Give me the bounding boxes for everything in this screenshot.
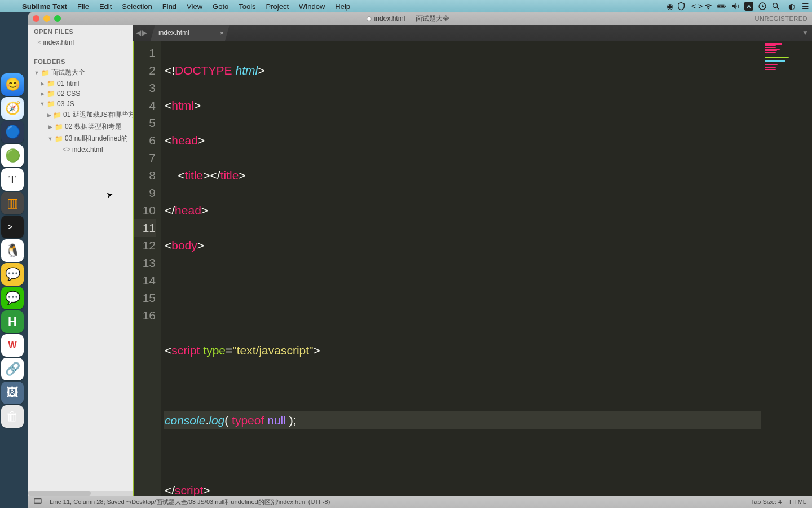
svg-rect-1 <box>725 6 726 7</box>
file-index-html[interactable]: <>index.html <box>30 144 133 155</box>
tab-label: index.html <box>158 29 189 37</box>
file-icon: <> <box>63 146 70 154</box>
status-left: Line 11, Column 28; Saved ~/Desktop/面试题大… <box>50 498 330 506</box>
window-title-text: index.html — 面试题大全 <box>374 14 449 24</box>
folder-03c[interactable]: ▼📁03 null和undefined的 <box>30 133 133 144</box>
window-titlebar[interactable]: index.html — 面试题大全 UNREGISTERED <box>28 12 812 25</box>
tab-overflow-icon[interactable]: ▼ <box>798 25 812 41</box>
open-file-name: index.html <box>43 38 74 46</box>
shield-icon[interactable] <box>677 2 690 11</box>
dock-sublime-icon[interactable]: ▥ <box>1 192 24 214</box>
dock-finder-icon[interactable]: 😊 <box>1 73 24 96</box>
folder-icon: 📁 <box>47 80 55 87</box>
document-icon <box>367 16 372 21</box>
dock-chrome-icon[interactable]: 🟢 <box>1 144 24 167</box>
spotlight-icon[interactable] <box>771 2 785 11</box>
dock-text-icon[interactable]: T <box>1 168 24 191</box>
dock-safari-icon[interactable]: 🧭 <box>1 97 24 120</box>
menu-file[interactable]: File <box>72 2 94 11</box>
clock-icon[interactable] <box>758 2 771 11</box>
svg-point-6 <box>773 3 778 8</box>
svg-rect-7 <box>34 499 41 504</box>
zoom-window-button[interactable] <box>54 15 61 22</box>
panel-toggle-icon[interactable] <box>34 497 42 506</box>
folder-icon: 📁 <box>47 100 55 108</box>
menu-edit[interactable]: Edit <box>94 2 117 11</box>
sidebar: OPEN FILES × index.html FOLDERS ▼📁面试题大全 … <box>28 25 133 496</box>
folder-icon: 📁 <box>47 90 55 98</box>
dock-trash-icon[interactable]: 🗑 <box>1 405 24 428</box>
dock-wps-icon[interactable]: W <box>1 334 24 357</box>
dock-preview-icon[interactable]: 🖼 <box>1 382 24 404</box>
folder-icon: 📁 <box>55 135 63 143</box>
macos-menubar: Sublime Text File Edit Selection Find Vi… <box>0 0 812 12</box>
dock-quicktime-icon[interactable]: 🔵 <box>1 121 24 143</box>
app-menu[interactable]: Sublime Text <box>17 2 72 11</box>
sidebar-hscrollbar[interactable] <box>28 491 133 496</box>
editor-pane: ◀▶ index.html × ▼ 1 2 3 4 5 6 7 <box>133 25 812 496</box>
close-window-button[interactable] <box>33 15 39 22</box>
folder-03a[interactable]: ▶📁01 延迟加载JS有哪些方 <box>30 109 133 121</box>
folder-03b[interactable]: ▶📁02 数据类型和考题 <box>30 121 133 133</box>
line-gutter[interactable]: 1 2 3 4 5 6 7 8 9 10 11 12 13 14 15 16 <box>134 41 161 496</box>
code-area[interactable]: 1 2 3 4 5 6 7 8 9 10 11 12 13 14 15 16 <box>133 41 812 496</box>
folder-root[interactable]: ▼📁面试题大全 <box>30 67 133 78</box>
unregistered-label: UNREGISTERED <box>755 15 807 22</box>
nav-back-icon[interactable]: ◀ <box>136 29 141 37</box>
minimize-window-button[interactable] <box>43 15 50 22</box>
tab-nav-arrows[interactable]: ◀▶ <box>133 25 151 41</box>
dock-hbuilder-icon[interactable]: H <box>1 310 24 333</box>
close-file-icon[interactable]: × <box>37 39 41 46</box>
wifi-icon[interactable] <box>704 2 717 11</box>
status-bar: Line 11, Column 28; Saved ~/Desktop/面试题大… <box>28 496 812 508</box>
open-files-header: OPEN FILES <box>28 25 133 37</box>
folder-icon: 📁 <box>41 69 50 77</box>
folders-header: FOLDERS <box>28 55 133 67</box>
folder-tree: ▼📁面试题大全 ▶📁01 html ▶📁02 CSS ▼📁03 JS ▶📁01 … <box>28 67 133 155</box>
dock-app1-icon[interactable]: 💬 <box>1 263 24 286</box>
status-tabsize[interactable]: Tab Size: 4 <box>751 498 782 505</box>
dock-terminal-icon[interactable]: >_ <box>1 216 24 238</box>
dock-qq-icon[interactable]: 🐧 <box>1 239 24 262</box>
macos-dock: 😊 🧭 🔵 🟢 T ▥ >_ 🐧 💬 💬 H W 🔗 🖼 🗑 <box>1 73 26 428</box>
menu-view[interactable]: View <box>182 2 208 11</box>
status-language[interactable]: HTML <box>789 498 806 505</box>
folder-01-html[interactable]: ▶📁01 html <box>30 78 133 89</box>
menu-window[interactable]: Window <box>294 2 330 11</box>
folder-02-css[interactable]: ▶📁02 CSS <box>30 89 133 99</box>
dock-baidu-icon[interactable]: 🔗 <box>1 358 24 380</box>
traffic-lights <box>33 15 61 22</box>
window-title: index.html — 面试题大全 <box>61 14 755 24</box>
tab-bar: ◀▶ index.html × ▼ <box>133 25 812 41</box>
volume-icon[interactable] <box>731 2 744 11</box>
record-icon[interactable]: ◉ <box>663 2 677 11</box>
code-icon[interactable]: < > <box>690 2 704 11</box>
folder-icon: 📁 <box>55 123 63 131</box>
control-center-icon[interactable]: ☰ <box>798 2 812 11</box>
siri-icon[interactable]: ◐ <box>785 2 798 11</box>
battery-icon[interactable] <box>717 2 731 11</box>
folder-icon: 📁 <box>53 111 61 119</box>
folder-03-js[interactable]: ▼📁03 JS <box>30 99 133 109</box>
minimap[interactable] <box>761 41 812 496</box>
code-text[interactable]: <!DOCTYPE html> <html> <head> <title></t… <box>161 41 761 496</box>
menu-selection[interactable]: Selection <box>117 2 157 11</box>
menu-goto[interactable]: Goto <box>208 2 233 11</box>
open-file-item[interactable]: × index.html <box>28 37 133 48</box>
tab-close-icon[interactable]: × <box>219 29 224 37</box>
nav-fwd-icon[interactable]: ▶ <box>142 29 147 37</box>
menu-find[interactable]: Find <box>157 2 182 11</box>
sublime-window: index.html — 面试题大全 UNREGISTERED OPEN FIL… <box>28 12 812 508</box>
menu-project[interactable]: Project <box>261 2 294 11</box>
input-icon[interactable]: A <box>744 2 758 11</box>
dock-wechat-icon[interactable]: 💬 <box>1 287 24 309</box>
svg-text:A: A <box>747 3 751 9</box>
menu-tools[interactable]: Tools <box>233 2 261 11</box>
menu-help[interactable]: Help <box>330 2 355 11</box>
tab-index-html[interactable]: index.html × <box>151 25 230 41</box>
